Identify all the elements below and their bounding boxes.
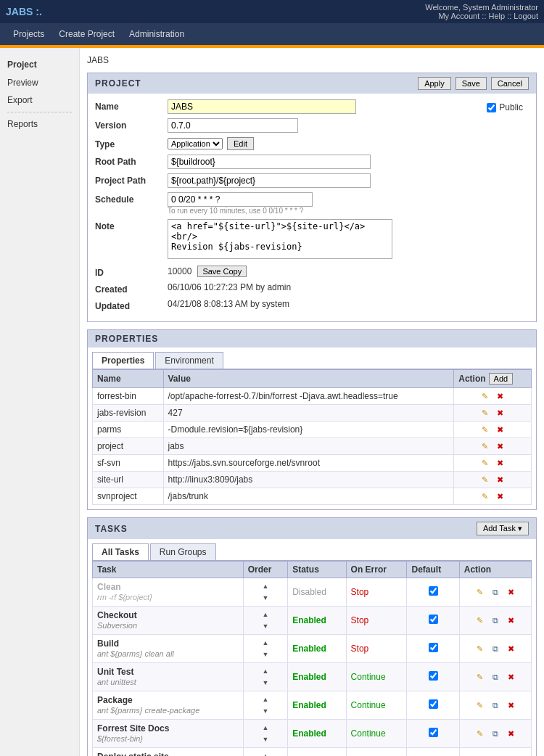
- task-copy-icon[interactable]: ⧉: [490, 643, 501, 654]
- task-edit-icon[interactable]: ✎: [474, 728, 486, 739]
- note-textarea[interactable]: <a href="${site-url}">${site-url}</a><br…: [168, 219, 392, 259]
- edit-icon[interactable]: ✎: [479, 424, 490, 435]
- task-edit-icon[interactable]: ✎: [474, 643, 486, 654]
- task-delete-icon[interactable]: ✖: [505, 586, 516, 598]
- edit-icon[interactable]: ✎: [479, 457, 490, 469]
- edit-icon[interactable]: ✎: [479, 407, 490, 419]
- created-row: Created 06/10/06 10:27:23 PM by admin: [95, 282, 481, 295]
- order-down-icon[interactable]: ▼: [260, 592, 271, 604]
- public-checkbox[interactable]: [487, 103, 496, 112]
- order-up-icon[interactable]: ▲: [260, 609, 271, 620]
- table-row: Package ant ${parms} create-package ▲ ▼ …: [93, 691, 532, 720]
- root-path-value: [168, 155, 481, 169]
- table-row: svnproject /jabs/trunk ✎ ✖: [93, 488, 532, 505]
- delete-icon[interactable]: ✖: [495, 440, 506, 452]
- root-path-input[interactable]: [168, 155, 371, 169]
- nav-create-project[interactable]: Create Project: [51, 23, 122, 45]
- id-number: 10000: [168, 266, 191, 276]
- schedule-row: Schedule To run every 10 minutes, use 0 …: [95, 192, 481, 215]
- public-label[interactable]: Public: [487, 102, 523, 112]
- task-edit-icon[interactable]: ✎: [474, 699, 486, 711]
- task-order-cell: ▲ ▼: [243, 635, 288, 663]
- order-up-icon[interactable]: ▲: [260, 580, 271, 592]
- task-default-checkbox[interactable]: [429, 728, 438, 737]
- edit-icon[interactable]: ✎: [479, 490, 490, 502]
- properties-section: PROPERTIES Properties Environment Name V…: [87, 329, 537, 510]
- task-edit-icon[interactable]: ✎: [474, 615, 486, 626]
- delete-icon[interactable]: ✖: [495, 390, 506, 402]
- task-on-error-cell: Continue: [346, 748, 407, 757]
- task-edit-icon[interactable]: ✎: [474, 586, 486, 598]
- task-default-cell: [407, 578, 459, 607]
- task-default-checkbox[interactable]: [429, 699, 438, 709]
- tasks-section-title: TASKS: [95, 524, 128, 534]
- tasks-table: Task Order Status On Error Default Actio…: [92, 561, 532, 756]
- order-down-icon[interactable]: ▼: [260, 734, 271, 745]
- task-copy-icon[interactable]: ⧉: [490, 671, 501, 683]
- schedule-input[interactable]: [168, 192, 313, 207]
- sidebar-item-export[interactable]: Export: [0, 91, 79, 109]
- version-input[interactable]: [168, 118, 298, 133]
- edit-icon[interactable]: ✎: [479, 474, 490, 485]
- task-order-cell: ▲ ▼: [243, 663, 288, 691]
- task-copy-icon[interactable]: ⧉: [490, 586, 501, 598]
- save-button[interactable]: Save: [456, 77, 487, 90]
- sidebar-item-reports[interactable]: Reports: [0, 115, 79, 133]
- task-edit-icon[interactable]: ✎: [474, 671, 486, 683]
- nav-administration[interactable]: Administration: [122, 23, 191, 45]
- order-up-icon[interactable]: ▲: [260, 637, 271, 649]
- nav-projects[interactable]: Projects: [6, 23, 51, 45]
- order-down-icon[interactable]: ▼: [260, 649, 271, 660]
- nav-links[interactable]: My Account :: Help :: Logout: [425, 12, 538, 20]
- tab-properties[interactable]: Properties: [92, 352, 154, 369]
- task-default-checkbox[interactable]: [429, 586, 438, 596]
- task-delete-icon[interactable]: ✖: [505, 671, 516, 683]
- task-copy-icon[interactable]: ⧉: [490, 728, 501, 739]
- project-path-input[interactable]: [168, 173, 371, 188]
- order-up-icon[interactable]: ▲: [260, 694, 271, 705]
- task-copy-icon[interactable]: ⧉: [490, 699, 501, 711]
- save-copy-button[interactable]: Save Copy: [197, 266, 247, 277]
- order-down-icon[interactable]: ▼: [260, 677, 271, 689]
- task-default-checkbox[interactable]: [429, 615, 438, 624]
- project-section-body: Name Version: [88, 94, 536, 321]
- type-select[interactable]: Application: [168, 138, 223, 149]
- task-default-checkbox[interactable]: [429, 643, 438, 652]
- tab-environment[interactable]: Environment: [155, 352, 223, 369]
- apply-button[interactable]: Apply: [418, 77, 451, 90]
- main-layout: Project Preview Export Reports JABS PROJ…: [0, 48, 544, 756]
- delete-icon[interactable]: ✖: [495, 490, 506, 502]
- order-up-icon[interactable]: ▲: [260, 722, 271, 734]
- cancel-button[interactable]: Cancel: [491, 77, 529, 90]
- order-up-icon[interactable]: ▲: [260, 665, 271, 677]
- order-down-icon[interactable]: ▼: [260, 705, 271, 717]
- task-col-order: Order: [243, 562, 288, 578]
- name-value: [168, 99, 481, 114]
- prop-action-cell: ✎ ✖: [454, 472, 532, 488]
- delete-icon[interactable]: ✖: [495, 424, 506, 435]
- task-delete-icon[interactable]: ✖: [505, 728, 516, 739]
- task-copy-icon[interactable]: ⧉: [490, 615, 501, 626]
- delete-icon[interactable]: ✖: [495, 474, 506, 485]
- task-delete-icon[interactable]: ✖: [505, 643, 516, 654]
- prop-add-button[interactable]: Add: [489, 373, 514, 385]
- order-down-icon[interactable]: ▼: [260, 620, 271, 632]
- tab-run-groups[interactable]: Run Groups: [150, 543, 216, 560]
- name-input[interactable]: [168, 99, 356, 114]
- order-up-icon[interactable]: ▲: [260, 750, 271, 756]
- add-task-button[interactable]: Add Task ▾: [477, 522, 529, 535]
- tab-all-tasks[interactable]: All Tasks: [92, 543, 149, 560]
- task-delete-icon[interactable]: ✖: [505, 699, 516, 711]
- edit-icon[interactable]: ✎: [479, 440, 490, 452]
- table-row: forrest-bin /opt/apache-forrest-0.7/bin/…: [93, 388, 532, 405]
- edit-icon[interactable]: ✎: [479, 390, 490, 402]
- table-row: Build ant ${parms} clean all ▲ ▼ Enabled…: [93, 635, 532, 663]
- delete-icon[interactable]: ✖: [495, 457, 506, 469]
- task-delete-icon[interactable]: ✖: [505, 615, 516, 626]
- task-default-checkbox[interactable]: [429, 671, 438, 681]
- sidebar-item-preview[interactable]: Preview: [0, 74, 79, 91]
- delete-icon[interactable]: ✖: [495, 407, 506, 419]
- properties-tbody: forrest-bin /opt/apache-forrest-0.7/bin/…: [93, 388, 532, 505]
- type-edit-button[interactable]: Edit: [227, 137, 254, 150]
- note-value: <a href="${site-url}">${site-url}</a><br…: [168, 219, 481, 261]
